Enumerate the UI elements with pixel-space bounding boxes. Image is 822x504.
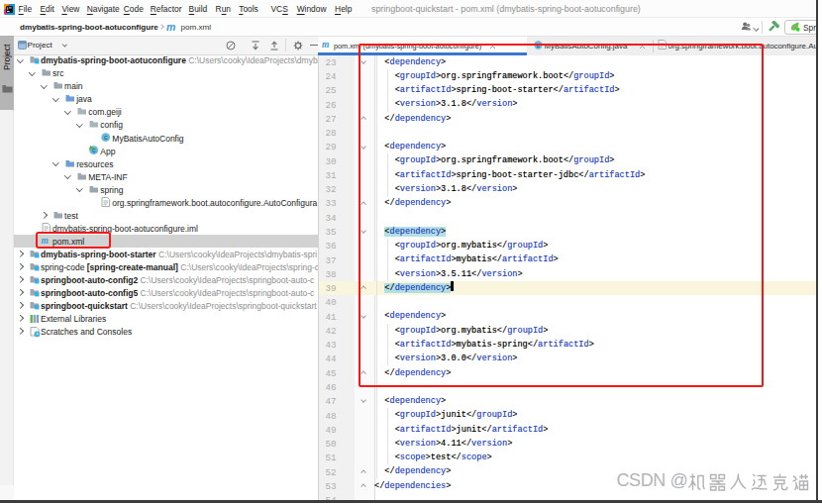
svg-text:c: c	[104, 133, 108, 142]
